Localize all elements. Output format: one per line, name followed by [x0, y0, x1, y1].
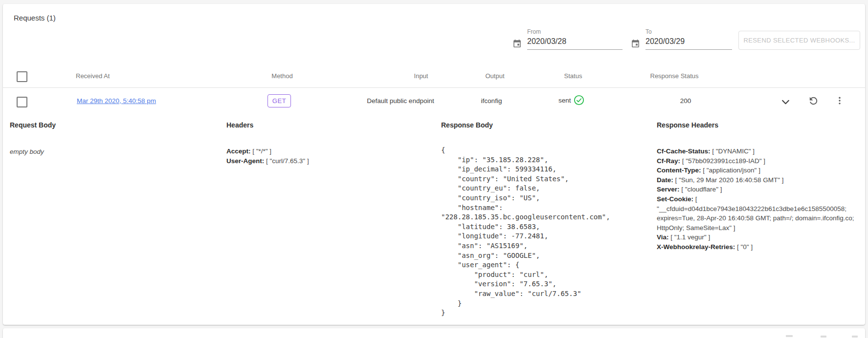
header-value: [ "cloudflare" ] [680, 186, 722, 193]
request-headers-list: Accept: [ "*/*" ] User-Agent: [ "curl/7.… [226, 147, 432, 166]
column-input: Input [414, 72, 428, 80]
header-name: Accept: [226, 148, 251, 155]
status-ok-icon [574, 95, 584, 106]
from-date-input[interactable]: 2020/03/28 [527, 37, 566, 46]
resend-selected-webhooks-button[interactable]: RESEND SELECTED WEBHOOKS... [738, 31, 860, 50]
response-headers-title: Response Headers [657, 121, 718, 129]
header-value: [ "DYNAMIC" ] [711, 148, 755, 155]
header-name: Via: [657, 233, 669, 241]
response-body-title: Response Body [441, 121, 493, 129]
kebab-menu-icon [834, 100, 845, 107]
request-body-title: Request Body [10, 121, 56, 129]
calendar-icon[interactable] [512, 39, 522, 50]
column-response-status: Response Status [650, 72, 698, 80]
pagination-fragment [786, 335, 793, 337]
header-name: Set-Cookie: [657, 195, 693, 203]
header-entry: Via: [ "1.1 vegur" ] [657, 232, 864, 242]
request-body-content: empty body [10, 147, 44, 157]
header-value: [ "57bb0923991cc189-IAD" ] [680, 157, 765, 165]
header-entry: User-Agent: [ "curl/7.65.3" ] [226, 156, 432, 166]
pagination-card-cut [3, 328, 865, 338]
select-all-checkbox[interactable] [17, 71, 27, 82]
method-badge: GET [267, 94, 291, 107]
pagination-fragment [852, 336, 858, 338]
header-name: User-Agent: [226, 157, 264, 165]
row-checkbox[interactable] [17, 97, 27, 107]
header-entry: Cf-Cache-Status: [ "DYNAMIC" ] [657, 147, 864, 156]
header-entry: Set-Cookie: [ "__cfduid=d04d1bce7943e180… [657, 194, 864, 232]
header-entry: Accept: [ "*/*" ] [226, 147, 432, 156]
status-cell: sent [558, 95, 584, 106]
header-name: Content-Type: [657, 167, 701, 174]
resend-webhook-button[interactable] [808, 95, 819, 106]
header-value: [ "Sun, 29 Mar 2020 16:40:58 GMT" ] [673, 176, 784, 184]
header-name: Cf-Cache-Status: [657, 148, 711, 155]
header-value: [ "application/json" ] [701, 167, 760, 174]
pagination-fragment [821, 336, 826, 338]
column-method: Method [271, 72, 292, 80]
input-cell: Default public endpoint [367, 97, 434, 105]
header-value: [ "1.1 vegur" ] [669, 233, 711, 241]
status-text: sent [558, 97, 571, 104]
header-value: [ "0" ] [735, 243, 753, 251]
header-entry: Server: [ "cloudflare" ] [657, 185, 864, 194]
header-entry: X-Webhookrelay-Retries: [ "0" ] [657, 242, 864, 252]
row-menu-button[interactable] [834, 95, 845, 106]
header-name: Cf-Ray: [657, 157, 680, 165]
request-headers-title: Headers [226, 121, 253, 129]
to-underline [645, 49, 732, 50]
header-entry: Content-Type: [ "application/json" ] [657, 166, 864, 175]
received-at-link[interactable]: Mar 29th 2020, 5:40:58 pm [77, 97, 156, 105]
column-output: Output [485, 72, 504, 80]
page-title: Requests (1) [14, 14, 56, 22]
to-label: To [645, 28, 652, 35]
response-headers-list: Cf-Cache-Status: [ "DYNAMIC" ] Cf-Ray: [… [657, 147, 864, 252]
requests-card: Requests (1) From 2020/03/28 To 2020/03/… [3, 4, 865, 325]
header-name: Server: [657, 186, 680, 193]
column-received-at: Received At [76, 72, 110, 80]
response-status-cell: 200 [680, 97, 691, 105]
output-cell: ifconfig [481, 97, 502, 105]
response-body-json: { "ip": "35.185.28.228", "ip_decimal": 5… [441, 146, 628, 318]
from-label: From [527, 28, 541, 35]
from-underline [527, 49, 623, 50]
chevron-down-icon [781, 99, 790, 106]
header-entry: Cf-Ray: [ "57bb0923991cc189-IAD" ] [657, 156, 864, 166]
column-status: Status [564, 72, 582, 80]
calendar-icon[interactable] [631, 39, 640, 50]
header-divider [3, 87, 865, 88]
header-value: [ "curl/7.65.3" ] [264, 157, 309, 165]
retry-icon [808, 101, 819, 108]
collapse-row-button[interactable] [781, 100, 790, 105]
header-value: [ "*/*" ] [251, 148, 272, 155]
to-date-input[interactable]: 2020/03/29 [645, 37, 685, 46]
header-name: X-Webhookrelay-Retries: [657, 243, 735, 251]
header-entry: Date: [ "Sun, 29 Mar 2020 16:40:58 GMT" … [657, 175, 864, 185]
header-name: Date: [657, 176, 673, 184]
